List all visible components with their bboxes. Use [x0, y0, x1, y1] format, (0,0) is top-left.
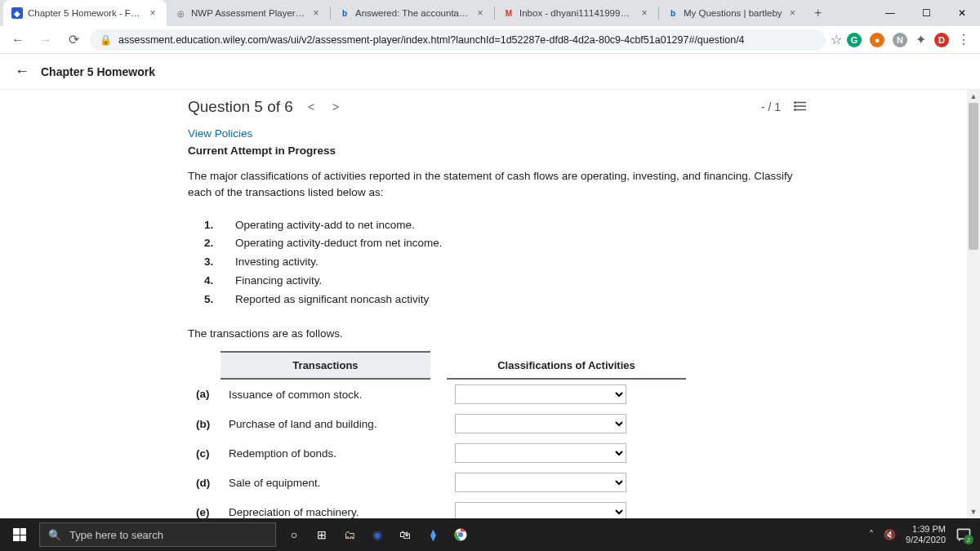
search-placeholder: Type here to search: [69, 529, 163, 541]
address-bar[interactable]: 🔒 assessment.education.wiley.com/was/ui/…: [90, 29, 826, 51]
attempt-status: Current Attempt in Progress: [188, 144, 808, 157]
browser-tab[interactable]: M Inbox - dhyani11141999@gmail. ×: [495, 0, 658, 26]
tab-title: NWP Assessment Player UI Appli: [191, 8, 305, 18]
tab-title: Chapter 5 Homework - FINANCIA: [28, 8, 142, 18]
classification-select[interactable]: [455, 502, 626, 518]
scroll-up-icon[interactable]: ▲: [967, 90, 980, 103]
window-controls: ― ☐ ✕: [872, 0, 980, 26]
url-text: assessment.education.wiley.com/was/ui/v2…: [118, 34, 745, 46]
store-icon[interactable]: 🛍: [397, 527, 413, 543]
list-item: 5.Reported as significant noncash activi…: [204, 291, 808, 309]
volume-icon[interactable]: 🔇: [884, 529, 896, 540]
maximize-button[interactable]: ☐: [908, 0, 944, 26]
table-row: (a) Issuance of common stock.: [188, 379, 686, 409]
tab-title: My Questions | bartleby: [684, 8, 782, 18]
windows-logo-icon: [13, 528, 26, 541]
favicon-icon: M: [503, 7, 514, 19]
tab-close-icon[interactable]: ×: [639, 7, 650, 19]
file-explorer-icon[interactable]: 🗂: [341, 527, 358, 543]
next-question-button[interactable]: >: [329, 100, 342, 113]
close-button[interactable]: ✕: [944, 0, 980, 26]
action-center-icon[interactable]: 2: [956, 527, 972, 543]
question-menu-icon[interactable]: [794, 99, 808, 116]
table-row: (e) Depreciation of machinery.: [188, 497, 686, 518]
svg-point-4: [795, 105, 796, 107]
classification-select[interactable]: [455, 473, 626, 492]
browser-tab[interactable]: b My Questions | bartleby ×: [659, 0, 807, 26]
svg-point-3: [795, 101, 796, 103]
tab-title: Answered: The accountant of Lat: [355, 8, 470, 18]
column-header-transactions: Transactions: [220, 352, 430, 379]
menu-dots-icon[interactable]: ⋮: [957, 32, 970, 47]
question-score: - / 1: [761, 100, 781, 113]
extension-icon[interactable]: N: [893, 33, 907, 47]
list-item: 3.Investing activity.: [204, 253, 808, 272]
classification-select[interactable]: [455, 443, 626, 463]
minimize-button[interactable]: ―: [872, 0, 908, 26]
favicon-icon: ◆: [11, 7, 23, 19]
back-arrow-icon[interactable]: ←: [15, 63, 29, 80]
view-policies-link[interactable]: View Policies: [188, 127, 252, 140]
task-view-icon[interactable]: ⊞: [314, 527, 330, 543]
tab-close-icon[interactable]: ×: [310, 7, 322, 19]
reload-button[interactable]: ⟳: [62, 29, 85, 51]
list-item: 4.Financing activity.: [204, 272, 808, 291]
browser-tab[interactable]: b Answered: The accountant of Lat ×: [331, 0, 494, 26]
notification-badge: 2: [964, 535, 973, 544]
tray-chevron-icon[interactable]: ˄: [869, 529, 874, 540]
question-number: Question 5 of 6: [188, 98, 293, 116]
edge-icon[interactable]: ◉: [369, 527, 385, 543]
extensions-puzzle-icon[interactable]: ✦: [915, 32, 926, 47]
clock[interactable]: 1:39 PM 9/24/2020: [906, 524, 946, 545]
favicon-icon: ◎: [175, 7, 186, 19]
question-page: Question 5 of 6 < > - / 1 View Policies …: [0, 90, 967, 518]
scroll-down-icon[interactable]: ▼: [967, 505, 980, 518]
prev-question-button[interactable]: <: [305, 100, 318, 113]
tab-strip: ◆ Chapter 5 Homework - FINANCIA × ◎ NWP …: [0, 0, 872, 26]
classification-list: 1.Operating activity-add to net income. …: [204, 216, 808, 310]
bookmark-icon[interactable]: ☆: [831, 32, 842, 47]
search-icon: 🔍: [48, 529, 61, 541]
profile-avatar[interactable]: D: [934, 33, 949, 47]
browser-tab[interactable]: ◆ Chapter 5 Homework - FINANCIA ×: [3, 0, 167, 26]
start-button[interactable]: [0, 528, 39, 541]
new-tab-button[interactable]: +: [807, 0, 830, 26]
taskbar-search[interactable]: 🔍 Type here to search: [39, 522, 276, 547]
question-prompt: The major classifications of activities …: [188, 168, 808, 202]
tab-close-icon[interactable]: ×: [474, 7, 486, 19]
windows-taskbar: 🔍 Type here to search ○ ⊞ 🗂 ◉ 🛍 ⧫ ˄ 🔇 1:…: [0, 518, 980, 551]
tab-title: Inbox - dhyani11141999@gmail.: [519, 8, 634, 18]
extension-icon[interactable]: G: [847, 33, 862, 47]
favicon-icon: b: [667, 7, 679, 19]
column-header-classifications: Classifications of Activities: [447, 352, 686, 379]
subheading: The transactions are as follows.: [188, 327, 808, 340]
dropbox-icon[interactable]: ⧫: [425, 527, 441, 543]
tab-close-icon[interactable]: ×: [787, 7, 799, 19]
back-button[interactable]: ←: [7, 29, 29, 51]
browser-tab[interactable]: ◎ NWP Assessment Player UI Appli ×: [167, 0, 330, 26]
table-row: (c) Redemption of bonds.: [188, 438, 686, 468]
assignment-header: ← Chapter 5 Homework: [0, 54, 980, 90]
lock-icon: 🔒: [100, 34, 112, 46]
tab-close-icon[interactable]: ×: [147, 7, 158, 19]
favicon-icon: b: [339, 7, 350, 19]
list-item: 2.Operating activity-deduct from net inc…: [204, 234, 808, 253]
classification-select[interactable]: [455, 414, 626, 433]
chrome-icon[interactable]: [452, 527, 469, 543]
taskbar-apps: ○ ⊞ 🗂 ◉ 🛍 ⧫: [286, 527, 469, 543]
assignment-title: Chapter 5 Homework: [41, 65, 155, 78]
transactions-table: Transactions Classifications of Activiti…: [188, 351, 686, 518]
extension-icons: G ● N ✦ D ⋮: [847, 32, 973, 47]
extension-icon[interactable]: ●: [870, 33, 884, 47]
classification-select[interactable]: [455, 384, 626, 404]
system-tray: ˄ 🔇 1:39 PM 9/24/2020 2: [869, 524, 980, 545]
question-header: Question 5 of 6 < > - / 1: [188, 98, 808, 116]
list-item: 1.Operating activity-add to net income.: [204, 216, 808, 235]
forward-button[interactable]: →: [34, 29, 57, 51]
scrollbar[interactable]: ▲ ▼: [967, 90, 980, 518]
scroll-thumb[interactable]: [969, 103, 978, 250]
table-row: (b) Purchase of land and building.: [188, 409, 686, 438]
cortana-icon[interactable]: ○: [286, 527, 302, 543]
table-row: (d) Sale of equipment.: [188, 468, 686, 497]
svg-point-7: [458, 532, 463, 537]
